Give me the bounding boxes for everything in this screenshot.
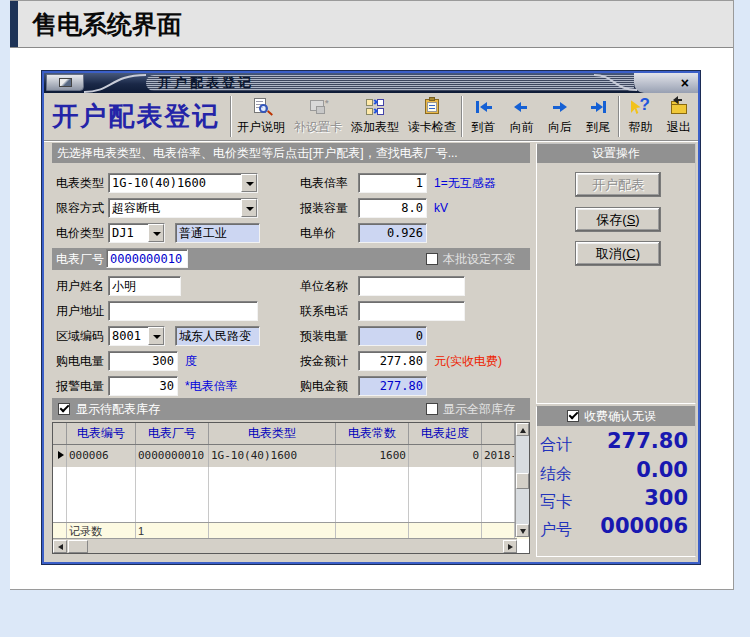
hscroll-thumb[interactable]	[68, 540, 88, 553]
col-meter-type[interactable]: 电表类型	[209, 423, 336, 444]
titlebar-swoosh-left	[84, 73, 148, 93]
org-name-label: 单位名称	[300, 276, 348, 296]
price-type-combobox[interactable]: DJ1	[108, 223, 165, 243]
inventory-band: 显示待配表库存 显示全部库存	[52, 398, 530, 420]
toolbar-button-exit[interactable]: 退出	[660, 93, 698, 140]
balance-label: 结余	[540, 464, 572, 485]
batch-checkbox[interactable]	[426, 253, 438, 265]
batch-label: 本批设定不变	[443, 248, 515, 270]
scroll-right-button[interactable]	[503, 540, 517, 553]
toolbar-button-first[interactable]: 到首	[464, 93, 502, 140]
user-name-field[interactable]: 小明	[108, 276, 181, 296]
preload-field: 0	[358, 326, 427, 346]
write-card-value: 300	[644, 486, 688, 510]
amount-calc-field[interactable]: 277.80	[358, 351, 427, 371]
read-card-icon	[421, 97, 443, 117]
total-value: 277.80	[607, 429, 688, 453]
cancel-button[interactable]: 取消(C)	[575, 241, 661, 266]
toolbar-separator	[461, 96, 463, 137]
page-header: 售电系统界面	[10, 1, 733, 48]
toolbar-button-next[interactable]: 向后	[541, 93, 579, 140]
toolbar-heading: 开户配表登记	[44, 93, 229, 140]
purchase-qty-field[interactable]: 300	[108, 351, 178, 371]
horizontal-scrollbar[interactable]	[53, 538, 517, 553]
multiplier-field[interactable]: 1	[358, 173, 427, 193]
page-title: 售电系统界面	[32, 8, 182, 41]
toolbar-button-prev[interactable]: 向前	[503, 93, 541, 140]
billing-confirm-checkbox[interactable]	[567, 410, 579, 422]
region-desc-field: 城东人民路变	[175, 326, 260, 346]
vertical-scrollbar[interactable]	[515, 423, 529, 537]
chevron-down-icon[interactable]	[241, 174, 257, 192]
alarm-qty-field[interactable]: 30	[108, 376, 178, 396]
account-no-label: 户号	[540, 520, 572, 541]
nav-first-icon	[476, 97, 491, 117]
dialog-title: 开户配表登记	[158, 76, 254, 90]
purchase-qty-label: 购电电量	[56, 351, 104, 371]
multiplier-label: 电表倍率	[300, 173, 348, 193]
scroll-down-button[interactable]	[516, 524, 529, 537]
table-header: 电表编号 电表厂号 电表类型 电表常数 电表起度	[53, 423, 529, 445]
org-name-field[interactable]	[358, 276, 465, 296]
address-label: 用户地址	[56, 301, 104, 321]
toolbar-button-add-meter-type[interactable]: 添加表型	[346, 93, 403, 140]
col-meter-const[interactable]: 电表常数	[336, 423, 409, 444]
titlebar-swoosh-right	[592, 73, 638, 93]
toolbar-button-card-setup[interactable]: * 补设置卡	[289, 93, 346, 140]
billing-confirm-label: 收费确认无误	[584, 406, 656, 426]
toolbar-button-open-help[interactable]: 开户说明	[233, 93, 290, 140]
scroll-thumb[interactable]	[516, 473, 529, 489]
chevron-down-icon[interactable]	[148, 224, 164, 242]
region-combobox[interactable]: 8001	[108, 326, 165, 346]
exit-icon	[668, 97, 690, 117]
help-icon: ?	[630, 97, 652, 117]
factory-no-field[interactable]: 0000000010	[106, 249, 188, 268]
scroll-up-button[interactable]	[516, 423, 529, 436]
chevron-down-icon[interactable]	[148, 327, 164, 345]
show-all-checkbox[interactable]	[426, 403, 438, 415]
toolbar: 开户配表登记 开户说明 * 补设置卡 添加表型 读卡检查 到首	[44, 93, 698, 141]
dialog-titlebar[interactable]: 开户配表登记 ×	[44, 73, 698, 93]
table-footer: 记录数 1	[53, 522, 529, 539]
capacity-field[interactable]: 8.0	[358, 198, 427, 218]
toolbar-button-last[interactable]: 到尾	[579, 93, 617, 140]
phone-label: 联系电话	[300, 301, 348, 321]
limit-mode-combobox[interactable]: 超容断电	[108, 198, 258, 218]
write-card-label: 写卡	[540, 492, 572, 513]
table-row[interactable]: 000006 0000000010 1G-10(40)1600 1600 0 2…	[53, 445, 529, 467]
alarm-qty-label: 报警电量	[56, 376, 104, 396]
nav-prev-icon	[514, 97, 529, 117]
app-icon	[59, 78, 72, 87]
price-type-desc-field: 普通工业	[175, 223, 260, 243]
toolbar-button-help[interactable]: ? 帮助	[621, 93, 659, 140]
balance-value: 0.00	[636, 458, 688, 482]
card-setup-icon: *	[307, 97, 329, 117]
toolbar-separator	[230, 96, 232, 137]
save-button[interactable]: 保存(S)	[575, 207, 661, 232]
window-icon	[46, 74, 84, 91]
col-factory-no[interactable]: 电表厂号	[136, 423, 209, 444]
unit-price-label: 电单价	[300, 223, 336, 243]
open-account-button[interactable]: 开户配表	[575, 172, 661, 197]
doc-search-icon	[250, 97, 272, 117]
toolbar-separator	[618, 96, 620, 137]
toolbar-button-read-card[interactable]: 读卡检查	[403, 93, 460, 140]
show-all-label: 显示全部库存	[443, 398, 515, 420]
address-field[interactable]	[108, 301, 258, 321]
col-meter-start[interactable]: 电表起度	[409, 423, 482, 444]
meter-type-combobox[interactable]: 1G-10(40)1600	[108, 173, 258, 193]
scroll-left-button[interactable]	[53, 540, 67, 553]
phone-field[interactable]	[358, 301, 465, 321]
close-button[interactable]: ×	[681, 74, 689, 92]
price-type-label: 电价类型	[56, 223, 104, 243]
show-pending-checkbox[interactable]	[58, 403, 70, 415]
col-meter-no[interactable]: 电表编号	[67, 423, 136, 444]
row-marker	[53, 445, 67, 467]
chevron-down-icon[interactable]	[241, 199, 257, 217]
capacity-label: 报装容量	[300, 198, 348, 218]
amount-calc-label: 按金额计	[300, 351, 348, 371]
purchase-qty-hint: 度	[185, 351, 197, 371]
dialog-window: 开户配表登记 × 开户配表登记 开户说明 * 补设置卡 添加表型 读卡	[42, 71, 700, 564]
alarm-qty-hint: *电表倍率	[185, 376, 238, 396]
inventory-table: 电表编号 电表厂号 电表类型 电表常数 电表起度 000006 00000000…	[52, 422, 530, 554]
